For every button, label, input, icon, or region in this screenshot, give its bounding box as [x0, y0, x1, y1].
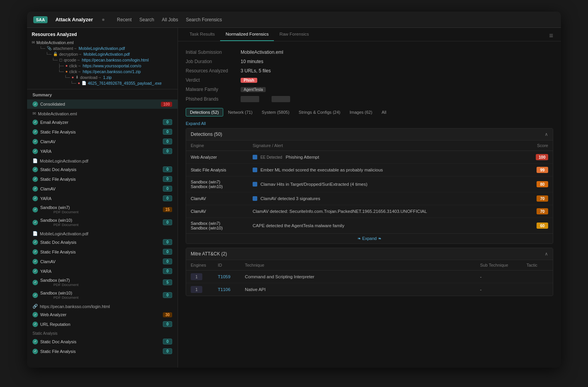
mitre-header[interactable]: Mitre ATT&CK (2) ∧ — [186, 248, 553, 260]
summary-sandbox-win7-2[interactable]: ✓ Sandbox (win7) PDF Document 5 — [27, 276, 178, 289]
score-cell: 70 — [526, 205, 553, 218]
summary-clamav-2[interactable]: ✓ ClamAV 0 — [27, 184, 178, 194]
left-panel: Resources Analyzed ✉ MobileActivation.em… — [27, 28, 178, 368]
group-mobileeml: ✉ MobileActivation.eml — [27, 109, 178, 117]
nav-search-forensics[interactable]: Search Forensics — [186, 15, 222, 24]
detection-tabs: Detections (52) Network (71) System (580… — [186, 104, 553, 120]
mitre-engines-cell: 1 — [186, 271, 213, 283]
nav-links: Recent Search All Jobs Search Forensics — [117, 15, 222, 24]
table-row: Web Analyzer EE Detected Phishing Attemp… — [186, 151, 553, 164]
check-consolidated: ✓ — [32, 101, 38, 107]
detect-tab-images[interactable]: Images (62) — [345, 108, 377, 116]
right-panel: ≡ Task Results Normalized Forensics Raw … — [178, 28, 561, 368]
score-static-doc-3: 0 — [163, 339, 172, 344]
summary-static-file-1[interactable]: ✓ Static File Analysis 0 — [27, 127, 178, 137]
summary-static-file-4[interactable]: ✓ Static File Analysis 0 — [27, 346, 178, 356]
check-static-file-4: ✓ — [32, 349, 38, 354]
summary-sandbox-win10-2[interactable]: ✓ Sandbox (win10) PDF Document 0 — [27, 289, 178, 301]
col-engines: Engines — [186, 260, 213, 271]
summary-sandbox-win7-1[interactable]: ✓ Sandbox (win7) PDF Document 15 — [27, 203, 178, 216]
engine-cell: Web Analyzer — [186, 151, 248, 164]
detect-tab-system[interactable]: System (5805) — [258, 108, 294, 116]
summary-yara-2[interactable]: ✓ YARA 0 — [27, 194, 178, 203]
nav-all-jobs[interactable]: All Jobs — [162, 15, 178, 24]
score-sandbox-win7-1: 15 — [163, 207, 172, 212]
engine-cell: Static File Analysis — [186, 164, 248, 176]
summary-clamav-3[interactable]: ✓ ClamAV 0 — [27, 257, 178, 266]
detections-chevron: ∧ — [545, 132, 548, 137]
summary-static-doc-2[interactable]: ✓ Static Doc Analysis 0 — [27, 237, 178, 247]
tree-node-6[interactable]: └─ ● ⬇ download→ 1.zip — [32, 74, 173, 80]
tree-node-4[interactable]: ├─ ● click→ https://www.yourssoportal.co… — [32, 63, 173, 68]
summary-consolidated[interactable]: ✓ Consolidated 100 — [27, 99, 178, 109]
summary-email-analyzer[interactable]: ✓ Email Analyzer 0 — [27, 117, 178, 127]
expand-more-button[interactable]: ❧ Expand ❧ — [186, 233, 553, 243]
meta-resources-analyzed: Resources Analyzed 3 URLs, 5 files — [186, 66, 553, 75]
summary-static-file-2[interactable]: ✓ Static File Analysis 0 — [27, 174, 178, 184]
score-sandbox-win10-1: 0 — [163, 219, 172, 225]
score-static-file-2: 0 — [163, 176, 172, 182]
detections-section-header[interactable]: Detections (50) ∧ — [186, 128, 553, 140]
summary-static-doc-1[interactable]: ✓ Static Doc Analysis 0 — [27, 164, 178, 174]
summary-static-file-3[interactable]: ✓ Static File Analysis 0 — [27, 247, 178, 257]
mitre-id-cell: T1106 — [213, 283, 240, 296]
menu-icon[interactable]: ≡ — [549, 32, 553, 40]
tree-node-2[interactable]: └─ 🔓 decryption→ MobileLoginActivation.p… — [32, 51, 173, 57]
tree-node-3[interactable]: └─ ◻ qrcode→ https://pecan.banksso.com/l… — [32, 57, 173, 63]
tree-node-7[interactable]: └─ ● 📄 4625_7614892678_49355_payload_.ex… — [32, 80, 173, 86]
tab-raw-forensics[interactable]: Raw Forensics — [274, 28, 314, 41]
check-clamav-3: ✓ — [32, 259, 38, 264]
summary-sandbox-win10-1[interactable]: ✓ Sandbox (win10) PDF Document 0 — [27, 216, 178, 229]
detect-tab-all[interactable]: All — [377, 108, 390, 116]
sig-icon — [253, 168, 257, 172]
score-yara-2: 0 — [163, 195, 172, 201]
check-url-reputation: ✓ — [32, 322, 38, 327]
detect-tab-detections[interactable]: Detections (52) — [186, 108, 223, 116]
engine-cell: Sandbox (win7) Sandbox (win10) — [186, 176, 248, 192]
summary-yara-1[interactable]: ✓ YARA 0 — [27, 146, 178, 156]
table-row: Sandbox (win7) Sandbox (win10) Clamav Hi… — [186, 176, 553, 192]
table-row: Static File Analysis Ember ML model scor… — [186, 164, 553, 176]
score-static-doc-2: 0 — [163, 239, 172, 245]
nav-recent[interactable]: Recent — [117, 15, 132, 24]
col-id: ID — [213, 260, 240, 271]
check-sandbox-win7-2: ✓ — [32, 280, 38, 285]
mitre-engines-cell: 1 — [186, 283, 213, 296]
check-static-doc-3: ✓ — [32, 339, 38, 344]
sig-icon — [253, 155, 257, 159]
tree-root[interactable]: ✉ MobileActivation.eml — [32, 39, 173, 45]
score-clamav-2: 0 — [163, 186, 172, 192]
group-static: Static Analysis — [27, 329, 178, 337]
detect-tab-network[interactable]: Network (71) — [224, 108, 257, 116]
nav-search[interactable]: Search — [139, 15, 154, 24]
detections-section-title: Detections (50) — [191, 132, 222, 137]
tree-node-5[interactable]: └─ ● click→ https://pecan.banksso.com/1.… — [32, 68, 173, 74]
main-window: SAA Attack Analyzer Recent Search All Jo… — [27, 12, 561, 368]
mitre-title: Mitre ATT&CK (2) — [191, 251, 227, 257]
sig-icon — [253, 196, 257, 201]
summary-clamav-1[interactable]: ✓ ClamAV 0 — [27, 137, 178, 146]
content-area: Initial Submission MobileActivation.eml … — [178, 41, 561, 306]
table-row: Sandbox (win7) Sandbox (win10) CAPE dete… — [186, 218, 553, 234]
col-sub-technique: Sub Technique — [475, 260, 522, 271]
score-email-analyzer: 0 — [163, 119, 172, 125]
summary-web-analyzer[interactable]: ✓ Web Analyzer 30 — [27, 310, 178, 319]
mitre-tactic-cell — [522, 271, 553, 283]
summary-url-reputation[interactable]: ✓ URL Reputation 0 — [27, 319, 178, 329]
detect-tab-strings[interactable]: Strings & Configs (24) — [294, 108, 345, 116]
check-static-file-1: ✓ — [32, 129, 38, 135]
summary-yara-3[interactable]: ✓ YARA 0 — [27, 266, 178, 276]
summary-static-doc-3[interactable]: ✓ Static Doc Analysis 0 — [27, 337, 178, 346]
expand-all-button[interactable]: Expand All — [186, 120, 553, 128]
group-pdf1: 📄 MobileLoginActivation.pdf — [27, 156, 178, 164]
tab-task-results[interactable]: Task Results — [184, 28, 220, 41]
score-static-file-3: 0 — [163, 249, 172, 255]
col-tactic: Tactic — [522, 260, 553, 271]
col-technique: Technique — [240, 260, 475, 271]
tree-node-1[interactable]: └─ 📎 attachment→ MobileLoginActivation.p… — [32, 45, 173, 51]
check-static-file-2: ✓ — [32, 176, 38, 182]
mitre-row: 1 T1106 Native API - — [186, 283, 553, 296]
tab-normalized-forensics[interactable]: Normalized Forensics — [220, 28, 274, 41]
sig-cell: Clamav Hits in Target/Dropped/SuriExtrac… — [248, 176, 510, 192]
score-consolidated: 100 — [161, 102, 172, 107]
